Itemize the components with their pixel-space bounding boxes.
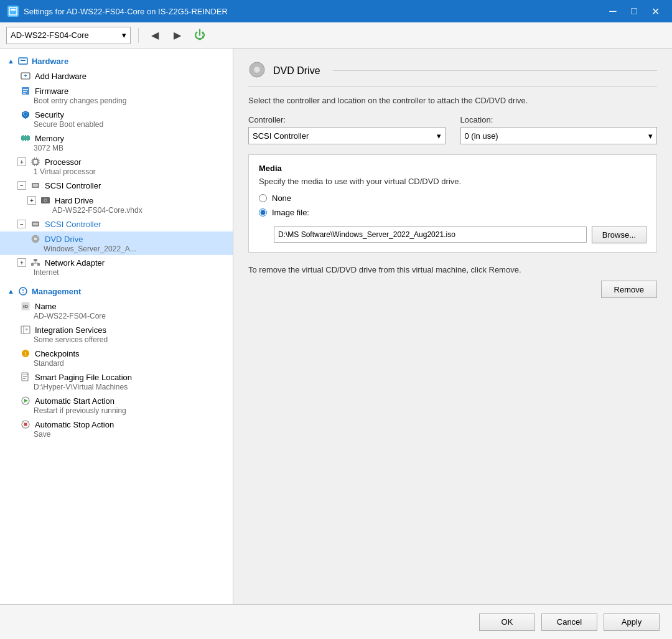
svg-rect-11 xyxy=(21,136,30,140)
add-hardware-label: Add Hardware xyxy=(35,72,86,81)
sidebar-item-firmware[interactable]: Firmware Boot entry changes pending xyxy=(0,83,233,107)
hardware-label: Hardware xyxy=(32,57,68,66)
svg-rect-55 xyxy=(23,375,27,375)
auto-stop-label: Automatic Stop Action xyxy=(35,420,114,429)
security-label: Security xyxy=(35,110,64,119)
svg-point-37 xyxy=(35,238,36,240)
power-button[interactable]: ⏻ xyxy=(191,27,208,44)
panel-description: Select the controller and location on th… xyxy=(248,96,657,105)
toolbar-divider xyxy=(138,28,139,43)
svg-rect-39 xyxy=(31,263,34,266)
scsi2-icon xyxy=(30,218,41,230)
panel-header: DVD Drive xyxy=(248,61,657,87)
bottom-bar: OK Cancel Apply xyxy=(0,604,672,639)
image-path-input[interactable] xyxy=(274,226,587,243)
sidebar-item-scsi1[interactable]: − SCSI Controller xyxy=(0,178,233,193)
hardware-section-header[interactable]: ▲ Hardware xyxy=(0,54,233,68)
sidebar-item-processor[interactable]: + Processor 1 Virtual processor xyxy=(0,154,233,178)
svg-rect-0 xyxy=(9,7,17,15)
sidebar-item-add-hardware[interactable]: + Add Hardware xyxy=(0,68,233,83)
dvd-label: DVD Drive xyxy=(45,235,83,244)
firmware-sub: Boot entry changes pending xyxy=(34,96,225,105)
svg-rect-8 xyxy=(23,91,27,92)
sidebar-item-auto-start[interactable]: Automatic Start Action Restart if previo… xyxy=(0,393,233,417)
memory-sub: 3072 MB xyxy=(34,144,225,152)
sidebar-item-name[interactable]: ID Name AD-WS22-FS04-Core xyxy=(0,299,233,322)
sidebar-item-network[interactable]: + Network Adapter Internet xyxy=(0,255,233,279)
sidebar-item-hdd[interactable]: + Hard Drive AD-WS22-FS04-Core.vhdx xyxy=(0,193,233,217)
processor-sub: 1 Virtual processor xyxy=(34,167,225,176)
ok-button[interactable]: OK xyxy=(479,613,535,631)
svg-rect-17 xyxy=(27,140,29,141)
image-file-label[interactable]: Image file: xyxy=(272,208,309,217)
smart-paging-sub: D:\Hyper-V\Virtual Machines xyxy=(34,383,225,391)
name-sub: AD-WS22-FS04-Core xyxy=(34,312,225,320)
none-radio[interactable] xyxy=(259,194,267,202)
security-sub: Secure Boot enabled xyxy=(34,120,225,129)
sidebar-item-scsi2[interactable]: − SCSI Controller xyxy=(0,217,233,231)
name-label: Name xyxy=(35,302,57,311)
apply-button[interactable]: Apply xyxy=(604,613,660,631)
sidebar-item-smart-paging[interactable]: Smart Paging File Location D:\Hyper-V\Vi… xyxy=(0,370,233,393)
image-radio[interactable] xyxy=(259,208,267,217)
none-radio-row[interactable]: None xyxy=(259,194,646,203)
scsi2-expand-btn[interactable]: − xyxy=(17,220,26,228)
none-label[interactable]: None xyxy=(272,194,291,203)
controller-select[interactable]: SCSI Controller ▾ xyxy=(248,127,446,144)
svg-point-32 xyxy=(45,200,46,201)
location-select[interactable]: 0 (in use) ▾ xyxy=(460,127,658,144)
svg-rect-29 xyxy=(33,184,38,187)
back-button[interactable]: ◀ xyxy=(146,27,164,44)
content-panel: DVD Drive Select the controller and loca… xyxy=(233,49,672,604)
checkpoint-icon: ! xyxy=(20,348,31,359)
scsi1-label: SCSI Controller xyxy=(45,181,101,190)
browse-button[interactable]: Browse... xyxy=(592,226,646,243)
controller-location-row: Controller: SCSI Controller ▾ Location: … xyxy=(248,115,657,144)
auto-start-sub: Restart if previously running xyxy=(34,406,225,415)
sidebar-item-security[interactable]: 🛡 Security Secure Boot enabled xyxy=(0,107,233,131)
title-bar: Settings for AD-WS22-FS04-Core on IS-Z2G… xyxy=(0,0,672,22)
forward-button[interactable]: ▶ xyxy=(169,27,186,44)
firmware-icon xyxy=(20,85,31,96)
image-radio-row[interactable]: Image file: xyxy=(259,208,646,217)
network-sub: Internet xyxy=(34,268,225,277)
processor-expand-btn[interactable]: + xyxy=(17,157,26,166)
management-section-header[interactable]: ▲ Management xyxy=(0,284,233,299)
firmware-label: Firmware xyxy=(35,86,68,96)
processor-icon xyxy=(30,156,41,167)
close-button[interactable]: ✕ xyxy=(646,4,665,19)
add-hardware-icon: + xyxy=(20,70,31,82)
dvd-sub: Windows_Server_2022_A... xyxy=(44,245,225,253)
sidebar-item-checkpoints[interactable]: ! Checkpoints Standard xyxy=(0,346,233,370)
vm-selector[interactable]: AD-WS22-FS04-Core ▾ xyxy=(6,27,131,44)
remove-button[interactable]: Remove xyxy=(601,281,657,298)
svg-rect-1 xyxy=(11,9,16,11)
sidebar-item-auto-stop[interactable]: Automatic Stop Action Save xyxy=(0,417,233,441)
svg-rect-9 xyxy=(23,93,26,94)
svg-rect-38 xyxy=(34,259,37,261)
sidebar-item-dvd[interactable]: DVD Drive Windows_Server_2022_A... xyxy=(0,231,233,255)
hdd-expand-btn[interactable]: + xyxy=(27,196,36,205)
sidebar-item-memory[interactable]: Memory 3072 MB xyxy=(0,131,233,154)
scsi1-expand-btn[interactable]: − xyxy=(17,181,26,190)
network-expand-btn[interactable]: + xyxy=(17,258,26,267)
svg-text:ID: ID xyxy=(23,304,28,309)
hardware-icon xyxy=(18,56,28,66)
location-label: Location: xyxy=(460,115,658,124)
svg-rect-27 xyxy=(36,165,37,166)
integration-label: Integration Services xyxy=(35,325,106,335)
sidebar-item-integration[interactable]: ≡ Integration Services Some services off… xyxy=(0,322,233,346)
svg-rect-20 xyxy=(31,161,32,161)
paging-icon xyxy=(20,371,31,383)
hdd-sub: AD-WS22-FS04-Core.vhdx xyxy=(52,206,225,215)
svg-rect-13 xyxy=(25,135,26,136)
smart-paging-label: Smart Paging File Location xyxy=(35,373,132,382)
minimize-button[interactable]: ─ xyxy=(604,4,622,19)
cancel-button[interactable]: Cancel xyxy=(541,613,597,631)
autostart-icon xyxy=(20,395,31,406)
svg-point-46 xyxy=(22,292,24,294)
management-icon xyxy=(18,286,28,296)
svg-rect-16 xyxy=(25,140,26,141)
hdd-label: Hard Drive xyxy=(55,196,93,205)
maximize-button[interactable]: □ xyxy=(625,4,643,19)
